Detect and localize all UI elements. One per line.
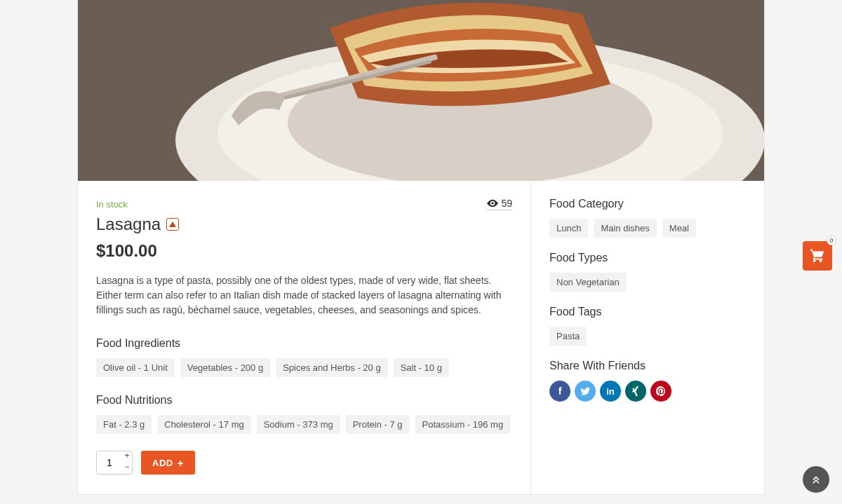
share-pinterest-button[interactable] <box>650 381 671 402</box>
ingredient-tag: Olive oil - 1 Unit <box>96 358 175 377</box>
product-description: Lasagna is a type of pasta, possibly one… <box>96 273 512 318</box>
food-types-heading: Food Types <box>549 252 746 264</box>
category-tag[interactable]: Main dishes <box>594 219 656 238</box>
quantity-decrement-button[interactable]: − <box>122 463 132 474</box>
nutrition-tag: Sodium - 373 mg <box>257 415 340 434</box>
ingredient-tag: Vegetables - 200 g <box>180 358 270 377</box>
share-twitter-button[interactable] <box>575 381 596 402</box>
ingredients-heading: Food Ingredients <box>96 337 512 350</box>
share-heading: Share With Friends <box>549 360 746 372</box>
xing-icon <box>631 386 641 396</box>
product-page: In stock 59 Lasagna $100.00 Lasagna is a… <box>77 0 765 495</box>
add-button-label: ADD <box>152 458 173 468</box>
product-price: $100.00 <box>96 241 512 261</box>
plus-icon: + <box>178 457 184 469</box>
quantity-stepper[interactable]: + − <box>96 451 133 475</box>
nutritions-heading: Food Nutritions <box>96 394 512 407</box>
share-xing-button[interactable] <box>625 381 646 402</box>
chevron-up-icon <box>811 475 821 484</box>
view-counter: 59 <box>487 198 512 210</box>
food-tags-heading: Food Tags <box>549 306 746 318</box>
cart-count-badge: 0 <box>827 236 836 245</box>
add-to-cart-button[interactable]: ADD + <box>141 451 195 475</box>
food-tag[interactable]: Pasta <box>549 327 587 346</box>
nutrition-tag: Cholesterol - 17 mg <box>157 415 250 434</box>
twitter-icon <box>580 386 591 397</box>
product-title: Lasagna <box>96 214 161 234</box>
non-veg-badge-icon <box>166 218 179 231</box>
floating-cart-button[interactable]: 0 <box>803 241 832 271</box>
stock-status: In stock <box>96 199 128 210</box>
ingredient-tag: Salt - 10 g <box>394 358 449 377</box>
ingredient-tag: Spices and Herbs - 20 g <box>276 358 387 377</box>
svg-point-7 <box>492 202 494 204</box>
sidebar: Food Category Lunch Main dishes Meal Foo… <box>531 181 764 494</box>
quantity-input[interactable] <box>97 451 122 474</box>
nutrition-tag: Fat - 2.3 g <box>96 415 152 434</box>
cart-icon <box>810 248 825 264</box>
nutritions-list: Fat - 2.3 g Cholesterol - 17 mg Sodium -… <box>96 415 512 434</box>
scroll-to-top-button[interactable] <box>803 466 829 493</box>
category-tag[interactable]: Lunch <box>549 219 588 238</box>
nutrition-tag: Protein - 7 g <box>346 415 410 434</box>
category-tag[interactable]: Meal <box>662 219 696 238</box>
food-category-heading: Food Category <box>549 198 746 210</box>
main-column: In stock 59 Lasagna $100.00 Lasagna is a… <box>78 181 531 494</box>
ingredients-list: Olive oil - 1 Unit Vegetables - 200 g Sp… <box>96 358 512 377</box>
view-count-value: 59 <box>501 198 512 209</box>
quantity-increment-button[interactable]: + <box>122 451 132 463</box>
type-tag[interactable]: Non Vegetarian <box>549 273 627 292</box>
share-facebook-button[interactable]: f <box>549 381 570 402</box>
product-hero-image <box>78 0 764 181</box>
pinterest-icon <box>656 386 666 396</box>
eye-icon <box>487 199 498 207</box>
nutrition-tag: Potassium - 196 mg <box>415 415 511 434</box>
share-linkedin-button[interactable]: in <box>600 381 621 402</box>
